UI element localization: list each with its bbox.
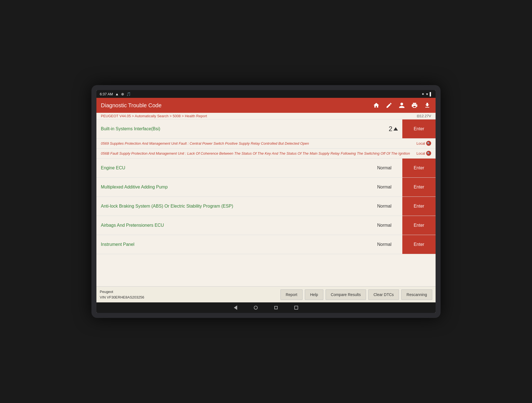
bsi-fault-count: 2 bbox=[384, 125, 402, 133]
vehicle-make: Peugeot bbox=[100, 289, 278, 295]
edit-button[interactable] bbox=[385, 101, 393, 109]
system-row-2: Anti-lock Braking System (ABS) Or Electr… bbox=[96, 197, 436, 216]
fault-text-056B: 056B Fault Supply Protection And Managem… bbox=[101, 151, 414, 156]
header-icons bbox=[372, 101, 431, 109]
vehicle-vin: VIN VF30ERHE8AS203256 bbox=[100, 295, 278, 300]
search-icon-056B[interactable]: 🔍 bbox=[426, 151, 431, 156]
battery-bar-icon: ▌ bbox=[430, 92, 432, 96]
fault-row-inner-056B: 056B Fault Supply Protection And Managem… bbox=[101, 151, 431, 156]
chevron-up-icon bbox=[393, 127, 398, 131]
alert-icon: ▲ bbox=[115, 92, 119, 96]
bluetooth-icon: ✦ bbox=[421, 92, 424, 96]
system-status-0: Normal bbox=[366, 162, 402, 174]
bsi-system-name: Built-in Systems Interface(Bsi) bbox=[96, 123, 384, 135]
breadcrumb: PEUGEOT V44.05 > Automatically Search > … bbox=[101, 114, 207, 118]
system-row-4: Instrument Panel Normal Enter bbox=[96, 235, 436, 254]
fault-description-056B: 056B Fault Supply Protection And Managem… bbox=[101, 151, 410, 155]
enter-button-1[interactable]: Enter bbox=[402, 178, 436, 197]
fault-locality-0569: Local 🔍 bbox=[416, 141, 431, 146]
bottom-toolbar: Peugeot VIN VF30ERHE8AS203256 Report Hel… bbox=[96, 286, 436, 302]
time-display: 6:37 AM bbox=[100, 92, 113, 96]
clear-dtcs-button[interactable]: Clear DTCs bbox=[368, 289, 399, 300]
wifi-icon: ▾ bbox=[426, 92, 428, 96]
system-name-4: Instrument Panel bbox=[96, 239, 366, 250]
audio-icon: 🎵 bbox=[126, 92, 131, 96]
app-header: Diagnostic Trouble Code bbox=[96, 98, 436, 113]
system-row-1: Multiplexed Additive Adding Pump Normal … bbox=[96, 178, 436, 197]
content-area: Built-in Systems Interface(Bsi) 2 Enter … bbox=[96, 119, 436, 286]
status-right: ✦ ▾ ▌ bbox=[421, 92, 432, 96]
system-name-0: Engine ECU bbox=[96, 162, 366, 174]
bsi-row: Built-in Systems Interface(Bsi) 2 Enter bbox=[96, 119, 436, 139]
fault-description-0569: 0569 Supplies Protection And Management … bbox=[101, 141, 309, 146]
device-frame: 6:37 AM ▲ ⊕ 🎵 ✦ ▾ ▌ Diagnostic Trouble C… bbox=[91, 85, 441, 318]
print-button[interactable] bbox=[411, 101, 418, 109]
export-button[interactable] bbox=[423, 101, 431, 109]
user-button[interactable] bbox=[398, 101, 406, 109]
fault-code-row-0569: 0569 Supplies Protection And Management … bbox=[96, 139, 436, 149]
battery-voltage: ⊟12.27V bbox=[417, 114, 431, 118]
vehicle-info: Peugeot VIN VF30ERHE8AS203256 bbox=[100, 289, 278, 300]
system-status-4: Normal bbox=[366, 239, 402, 250]
breadcrumb-bar: PEUGEOT V44.05 > Automatically Search > … bbox=[96, 113, 436, 119]
page-title: Diagnostic Trouble Code bbox=[101, 102, 162, 109]
sync-icon: ⊕ bbox=[121, 92, 124, 96]
system-row-3: Airbags And Pretensioners ECU Normal Ent… bbox=[96, 216, 436, 235]
fault-code-row-056B: 056B Fault Supply Protection And Managem… bbox=[96, 149, 436, 159]
screen: 6:37 AM ▲ ⊕ 🎵 ✦ ▾ ▌ Diagnostic Trouble C… bbox=[96, 90, 436, 313]
home-button[interactable] bbox=[372, 101, 380, 109]
enter-button-4[interactable]: Enter bbox=[402, 235, 436, 254]
vin-label: VIN bbox=[100, 295, 107, 299]
system-status-1: Normal bbox=[366, 181, 402, 193]
nav-bar bbox=[96, 302, 436, 313]
system-name-1: Multiplexed Additive Adding Pump bbox=[96, 181, 366, 193]
system-name-3: Airbags And Pretensioners ECU bbox=[96, 220, 366, 231]
recents-button[interactable] bbox=[274, 306, 278, 309]
fault-row-inner: 0569 Supplies Protection And Management … bbox=[101, 141, 431, 146]
system-rows-container: Engine ECU Normal Enter Multiplexed Addi… bbox=[96, 159, 436, 254]
system-row-0: Engine ECU Normal Enter bbox=[96, 159, 436, 178]
screenshot-button[interactable] bbox=[294, 306, 298, 310]
bsi-enter-button[interactable]: Enter bbox=[402, 119, 436, 138]
status-bar: 6:37 AM ▲ ⊕ 🎵 ✦ ▾ ▌ bbox=[96, 90, 436, 98]
home-nav-button[interactable] bbox=[254, 306, 258, 310]
enter-button-3[interactable]: Enter bbox=[402, 216, 436, 235]
enter-button-0[interactable]: Enter bbox=[402, 159, 436, 177]
system-status-2: Normal bbox=[366, 200, 402, 212]
fault-locality-056B: Local 🔍 bbox=[416, 151, 431, 156]
rescanning-button[interactable]: Rescanning bbox=[401, 289, 432, 300]
report-button[interactable]: Report bbox=[280, 289, 303, 300]
system-name-2: Anti-lock Braking System (ABS) Or Electr… bbox=[96, 200, 366, 212]
compare-results-button[interactable]: Compare Results bbox=[326, 289, 366, 300]
search-icon-0569[interactable]: 🔍 bbox=[426, 141, 431, 146]
back-button[interactable] bbox=[234, 305, 237, 310]
help-button[interactable]: Help bbox=[305, 289, 323, 300]
fault-text-0569: 0569 Supplies Protection And Management … bbox=[101, 141, 414, 146]
vin-number: VF30ERHE8AS203256 bbox=[107, 295, 144, 299]
system-status-3: Normal bbox=[366, 220, 402, 231]
enter-button-2[interactable]: Enter bbox=[402, 197, 436, 216]
status-left: 6:37 AM ▲ ⊕ 🎵 bbox=[100, 92, 131, 96]
